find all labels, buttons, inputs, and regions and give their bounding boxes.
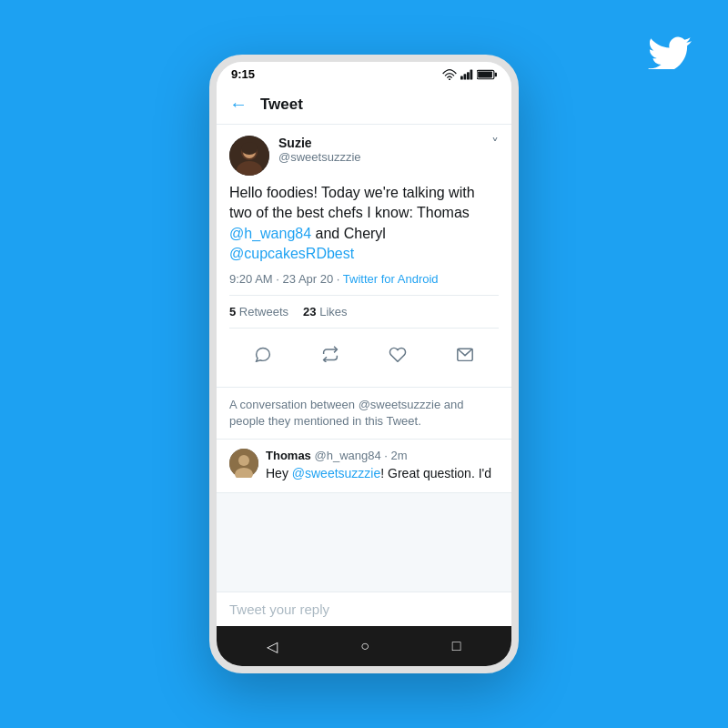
android-nav: ◁ ○ □ <box>217 626 511 666</box>
reply-avatar <box>229 449 258 478</box>
likes-count: 23 Likes <box>303 305 347 318</box>
svg-rect-7 <box>478 71 492 77</box>
svg-point-12 <box>241 142 258 155</box>
tweet-header: Suzie @sweetsuzzzie ˅ <box>229 136 499 176</box>
reply-action[interactable] <box>247 338 279 370</box>
tweet-source[interactable]: Twitter for Android <box>343 272 439 286</box>
reply-mention[interactable]: @sweetsuzzzie <box>292 466 380 480</box>
tweet-stats: 5 Retweets 23 Likes <box>229 295 499 329</box>
status-icons <box>442 69 497 80</box>
reply-input-area[interactable]: Tweet your reply <box>217 592 511 626</box>
nav-title: Tweet <box>260 96 303 114</box>
twitter-logo <box>648 29 692 79</box>
svg-rect-6 <box>495 72 497 76</box>
nav-bar: ← Tweet <box>217 85 511 125</box>
back-button[interactable]: ← <box>229 94 248 115</box>
signal-icon <box>460 69 473 80</box>
share-action[interactable] <box>449 338 481 370</box>
reply-text: Hey @sweetsuzzzie! Great question. I'd <box>266 465 499 483</box>
conversation-notice: A conversation between @sweetsuzzzie and… <box>217 388 511 440</box>
tweet-actions <box>229 332 499 376</box>
tweet-text: Hello foodies! Today we're talking with … <box>229 183 499 265</box>
status-bar: 9:15 <box>217 62 511 85</box>
android-recents[interactable]: □ <box>452 638 461 654</box>
svg-rect-1 <box>460 76 463 79</box>
svg-rect-2 <box>464 74 467 79</box>
reply-content: Thomas @h_wang84 · 2m Hey @sweetsuzzzie!… <box>266 449 499 483</box>
battery-icon <box>477 69 497 80</box>
content-area: Suzie @sweetsuzzzie ˅ Hello foodies! Tod… <box>217 125 511 626</box>
user-handle: @sweetsuzzzie <box>278 150 491 164</box>
svg-rect-4 <box>470 69 473 79</box>
status-time: 9:15 <box>231 67 255 81</box>
android-home[interactable]: ○ <box>360 638 369 654</box>
mention-2[interactable]: @cupcakesRDbest <box>229 246 354 261</box>
phone-frame: 9:15 ← Twe <box>209 55 519 673</box>
retweet-action[interactable] <box>314 338 347 370</box>
user-info: Suzie @sweetsuzzzie <box>278 136 491 164</box>
svg-point-0 <box>449 78 450 80</box>
user-name: Suzie <box>278 136 491 150</box>
spacer <box>217 493 511 592</box>
mention-1[interactable]: @h_wang84 <box>229 226 311 241</box>
avatar <box>229 136 269 176</box>
retweet-count: 5 Retweets <box>229 305 288 318</box>
reply-header: Thomas @h_wang84 · 2m <box>266 449 499 462</box>
main-tweet: Suzie @sweetsuzzzie ˅ Hello foodies! Tod… <box>217 125 511 388</box>
svg-rect-3 <box>467 72 470 79</box>
tweet-meta: 9:20 AM · 23 Apr 20 · Twitter for Androi… <box>229 272 499 286</box>
reply-tweet: Thomas @h_wang84 · 2m Hey @sweetsuzzzie!… <box>217 440 511 493</box>
like-action[interactable] <box>381 338 414 370</box>
android-back[interactable]: ◁ <box>267 638 278 655</box>
reply-input-placeholder[interactable]: Tweet your reply <box>229 602 499 617</box>
wifi-icon <box>442 69 457 80</box>
more-button[interactable]: ˅ <box>491 136 499 153</box>
svg-point-15 <box>238 455 249 466</box>
